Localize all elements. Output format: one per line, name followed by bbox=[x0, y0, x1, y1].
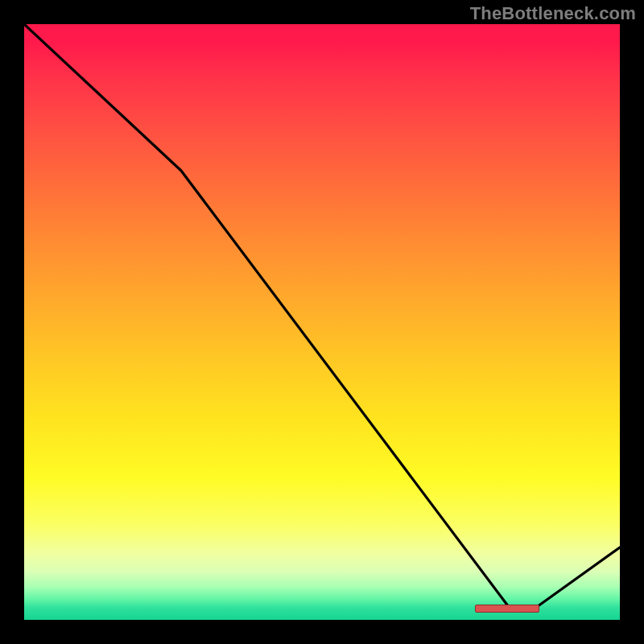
plot-area bbox=[24, 24, 620, 620]
chart-stage: TheBottleneck.com bbox=[0, 0, 644, 644]
optimal-marker bbox=[475, 605, 539, 613]
watermark-text: TheBottleneck.com bbox=[470, 3, 636, 24]
line-series bbox=[24, 24, 620, 620]
curve-path bbox=[24, 24, 620, 609]
